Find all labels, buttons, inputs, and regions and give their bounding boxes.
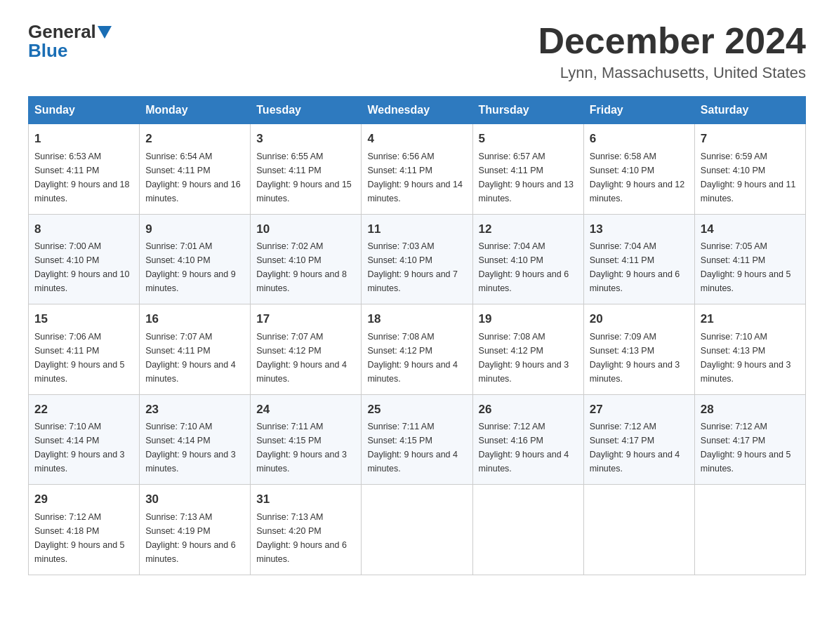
day-number: 23 <box>145 401 244 419</box>
calendar-cell: 10Sunrise: 7:02 AMSunset: 4:10 PMDayligh… <box>251 214 362 304</box>
calendar-cell: 1Sunrise: 6:53 AMSunset: 4:11 PMDaylight… <box>29 124 140 215</box>
day-number: 29 <box>34 490 133 509</box>
calendar-week-row: 29Sunrise: 7:12 AMSunset: 4:18 PMDayligh… <box>29 485 806 575</box>
calendar-cell: 12Sunrise: 7:04 AMSunset: 4:10 PMDayligh… <box>472 214 583 304</box>
calendar-cell: 29Sunrise: 7:12 AMSunset: 4:18 PMDayligh… <box>29 485 140 575</box>
day-info: Sunrise: 7:08 AMSunset: 4:12 PMDaylight:… <box>479 330 578 386</box>
logo-arrow-icon <box>98 26 112 39</box>
calendar-cell: 8Sunrise: 7:00 AMSunset: 4:10 PMDaylight… <box>29 214 140 304</box>
calendar-cell: 14Sunrise: 7:05 AMSunset: 4:11 PMDayligh… <box>694 214 805 304</box>
day-info: Sunrise: 6:55 AMSunset: 4:11 PMDaylight:… <box>256 149 355 206</box>
day-number: 16 <box>145 310 244 328</box>
calendar-week-row: 1Sunrise: 6:53 AMSunset: 4:11 PMDaylight… <box>29 124 806 215</box>
day-info: Sunrise: 7:11 AMSunset: 4:15 PMDaylight:… <box>367 420 466 476</box>
day-info: Sunrise: 7:10 AMSunset: 4:14 PMDaylight:… <box>145 420 244 476</box>
day-info: Sunrise: 7:02 AMSunset: 4:10 PMDaylight:… <box>256 239 355 295</box>
calendar-cell: 21Sunrise: 7:10 AMSunset: 4:13 PMDayligh… <box>694 304 805 395</box>
calendar-cell: 17Sunrise: 7:07 AMSunset: 4:12 PMDayligh… <box>251 304 362 395</box>
calendar-cell: 24Sunrise: 7:11 AMSunset: 4:15 PMDayligh… <box>251 394 362 485</box>
calendar-cell: 28Sunrise: 7:12 AMSunset: 4:17 PMDayligh… <box>694 394 805 485</box>
calendar-cell: 26Sunrise: 7:12 AMSunset: 4:16 PMDayligh… <box>472 394 583 485</box>
calendar-cell <box>694 485 805 575</box>
day-info: Sunrise: 7:11 AMSunset: 4:15 PMDaylight:… <box>256 420 355 476</box>
day-number: 20 <box>590 310 689 328</box>
day-info: Sunrise: 7:01 AMSunset: 4:10 PMDaylight:… <box>145 239 244 295</box>
day-number: 13 <box>590 220 689 239</box>
day-info: Sunrise: 7:04 AMSunset: 4:10 PMDaylight:… <box>479 239 578 295</box>
day-info: Sunrise: 7:12 AMSunset: 4:18 PMDaylight:… <box>34 510 133 566</box>
day-info: Sunrise: 7:09 AMSunset: 4:13 PMDaylight:… <box>590 330 689 386</box>
logo-blue-text: Blue <box>28 40 67 62</box>
day-number: 8 <box>34 220 133 239</box>
day-info: Sunrise: 7:12 AMSunset: 4:17 PMDaylight:… <box>590 420 689 476</box>
logo: General Blue <box>28 21 113 62</box>
calendar-week-row: 22Sunrise: 7:10 AMSunset: 4:14 PMDayligh… <box>29 394 806 485</box>
day-number: 15 <box>34 310 133 328</box>
day-info: Sunrise: 7:06 AMSunset: 4:11 PMDaylight:… <box>34 330 133 386</box>
calendar-cell <box>583 485 694 575</box>
calendar-cell: 18Sunrise: 7:08 AMSunset: 4:12 PMDayligh… <box>362 304 472 395</box>
calendar-table: SundayMondayTuesdayWednesdayThursdayFrid… <box>28 96 806 575</box>
day-number: 2 <box>145 130 244 148</box>
calendar-cell: 13Sunrise: 7:04 AMSunset: 4:11 PMDayligh… <box>583 214 694 304</box>
calendar-cell: 27Sunrise: 7:12 AMSunset: 4:17 PMDayligh… <box>583 394 694 485</box>
calendar-week-row: 15Sunrise: 7:06 AMSunset: 4:11 PMDayligh… <box>29 304 806 395</box>
calendar-cell <box>362 485 472 575</box>
calendar-cell: 19Sunrise: 7:08 AMSunset: 4:12 PMDayligh… <box>472 304 583 395</box>
day-number: 17 <box>256 310 355 328</box>
day-info: Sunrise: 7:10 AMSunset: 4:14 PMDaylight:… <box>34 420 133 476</box>
calendar-cell: 20Sunrise: 7:09 AMSunset: 4:13 PMDayligh… <box>583 304 694 395</box>
day-info: Sunrise: 7:00 AMSunset: 4:10 PMDaylight:… <box>34 239 133 295</box>
day-number: 7 <box>701 130 800 148</box>
calendar-cell: 25Sunrise: 7:11 AMSunset: 4:15 PMDayligh… <box>362 394 472 485</box>
calendar-cell: 3Sunrise: 6:55 AMSunset: 4:11 PMDaylight… <box>251 124 362 215</box>
day-number: 9 <box>145 220 244 239</box>
day-number: 26 <box>479 401 578 419</box>
day-info: Sunrise: 7:10 AMSunset: 4:13 PMDaylight:… <box>701 330 800 386</box>
day-info: Sunrise: 7:03 AMSunset: 4:10 PMDaylight:… <box>367 239 466 295</box>
day-number: 4 <box>367 130 466 148</box>
day-info: Sunrise: 7:12 AMSunset: 4:16 PMDaylight:… <box>479 420 578 476</box>
calendar-cell: 4Sunrise: 6:56 AMSunset: 4:11 PMDaylight… <box>362 124 472 215</box>
day-number: 3 <box>256 130 355 148</box>
col-header-sunday: Sunday <box>29 97 140 124</box>
day-number: 27 <box>590 401 689 419</box>
calendar-cell: 7Sunrise: 6:59 AMSunset: 4:10 PMDaylight… <box>694 124 805 215</box>
day-number: 21 <box>701 310 800 328</box>
calendar-cell: 6Sunrise: 6:58 AMSunset: 4:10 PMDaylight… <box>583 124 694 215</box>
col-header-wednesday: Wednesday <box>362 97 472 124</box>
month-title: December 2024 <box>538 21 806 61</box>
day-number: 22 <box>34 401 133 419</box>
day-info: Sunrise: 6:53 AMSunset: 4:11 PMDaylight:… <box>34 149 133 206</box>
calendar-cell: 15Sunrise: 7:06 AMSunset: 4:11 PMDayligh… <box>29 304 140 395</box>
day-info: Sunrise: 7:04 AMSunset: 4:11 PMDaylight:… <box>590 239 689 295</box>
col-header-monday: Monday <box>140 97 251 124</box>
calendar-cell: 2Sunrise: 6:54 AMSunset: 4:11 PMDaylight… <box>140 124 251 215</box>
col-header-thursday: Thursday <box>472 97 583 124</box>
day-number: 12 <box>479 220 578 239</box>
calendar-cell: 11Sunrise: 7:03 AMSunset: 4:10 PMDayligh… <box>362 214 472 304</box>
day-info: Sunrise: 6:56 AMSunset: 4:11 PMDaylight:… <box>367 149 466 206</box>
day-info: Sunrise: 7:05 AMSunset: 4:11 PMDaylight:… <box>701 239 800 295</box>
day-number: 18 <box>367 310 466 328</box>
day-number: 24 <box>256 401 355 419</box>
day-info: Sunrise: 6:59 AMSunset: 4:10 PMDaylight:… <box>701 149 800 206</box>
calendar-cell: 30Sunrise: 7:13 AMSunset: 4:19 PMDayligh… <box>140 485 251 575</box>
calendar-cell: 23Sunrise: 7:10 AMSunset: 4:14 PMDayligh… <box>140 394 251 485</box>
location-subtitle: Lynn, Massachusetts, United States <box>538 64 806 82</box>
calendar-cell: 16Sunrise: 7:07 AMSunset: 4:11 PMDayligh… <box>140 304 251 395</box>
day-number: 28 <box>701 401 800 419</box>
day-number: 5 <box>479 130 578 148</box>
day-info: Sunrise: 7:07 AMSunset: 4:11 PMDaylight:… <box>145 330 244 386</box>
day-info: Sunrise: 7:13 AMSunset: 4:19 PMDaylight:… <box>145 510 244 566</box>
day-info: Sunrise: 7:07 AMSunset: 4:12 PMDaylight:… <box>256 330 355 386</box>
day-number: 31 <box>256 490 355 509</box>
calendar-cell: 9Sunrise: 7:01 AMSunset: 4:10 PMDaylight… <box>140 214 251 304</box>
calendar-week-row: 8Sunrise: 7:00 AMSunset: 4:10 PMDaylight… <box>29 214 806 304</box>
day-number: 6 <box>590 130 689 148</box>
day-number: 1 <box>34 130 133 148</box>
title-area: December 2024 Lynn, Massachusetts, Unite… <box>538 21 806 82</box>
calendar-header-row: SundayMondayTuesdayWednesdayThursdayFrid… <box>29 97 806 124</box>
day-info: Sunrise: 7:12 AMSunset: 4:17 PMDaylight:… <box>701 420 800 476</box>
day-info: Sunrise: 7:13 AMSunset: 4:20 PMDaylight:… <box>256 510 355 566</box>
